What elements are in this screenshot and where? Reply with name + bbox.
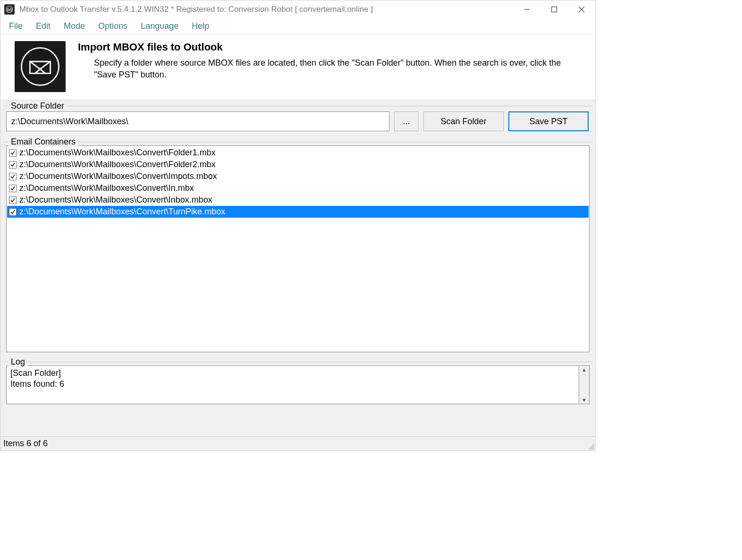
header-title: Import MBOX files to Outlook (78, 41, 564, 53)
checkbox-icon[interactable] (9, 149, 17, 157)
list-item-path: z:\Documents\Work\Mailboxes\Convert\Fold… (19, 148, 216, 158)
window-controls (513, 0, 595, 18)
checkbox-icon[interactable] (9, 196, 17, 204)
list-item[interactable]: z:\Documents\Work\Mailboxes\Convert\Inbo… (7, 194, 589, 206)
svg-point-5 (21, 48, 59, 85)
source-folder-label: Source Folder (8, 101, 67, 111)
list-item[interactable]: z:\Documents\Work\Mailboxes\Convert\In.m… (7, 182, 589, 194)
list-item[interactable]: z:\Documents\Work\Mailboxes\Convert\Impo… (7, 170, 589, 182)
list-item-path: z:\Documents\Work\Mailboxes\Convert\Impo… (19, 171, 217, 181)
svg-point-0 (6, 6, 12, 12)
list-item[interactable]: z:\Documents\Work\Mailboxes\Convert\Fold… (7, 147, 589, 159)
resize-grip[interactable] (587, 442, 594, 450)
log-line: [Scan Folder] (10, 368, 575, 379)
list-item-path: z:\Documents\Work\Mailboxes\Convert\Inbo… (19, 195, 212, 205)
menubar: File Edit Mode Options Language Help (0, 18, 595, 34)
checkbox-icon[interactable] (9, 173, 17, 180)
header-panel: Import MBOX files to Outlook Specify a f… (0, 34, 595, 100)
source-folder-group: Source Folder ... Scan Folder Save PST (3, 101, 592, 136)
scan-folder-button[interactable]: Scan Folder (423, 111, 504, 131)
header-description: Specify a folder where source MBOX files… (78, 57, 564, 81)
maximize-button[interactable] (540, 0, 568, 18)
window-title: Mbox to Outlook Transfer v.5.4.1.2 WIN32… (19, 5, 373, 14)
titlebar: Mbox to Outlook Transfer v.5.4.1.2 WIN32… (0, 0, 595, 18)
menu-options[interactable]: Options (92, 19, 134, 33)
app-window: Mbox to Outlook Transfer v.5.4.1.2 WIN32… (0, 0, 596, 451)
containers-listbox[interactable]: z:\Documents\Work\Mailboxes\Convert\Fold… (6, 145, 590, 352)
menu-mode[interactable]: Mode (57, 19, 92, 33)
checkbox-icon[interactable] (9, 185, 17, 192)
svg-rect-2 (552, 7, 557, 12)
list-item[interactable]: z:\Documents\Work\Mailboxes\Convert\Turn… (7, 206, 589, 218)
email-containers-label: Email Containers (8, 137, 78, 147)
checkbox-icon[interactable] (9, 161, 17, 169)
scroll-down-icon[interactable]: ▼ (582, 397, 587, 403)
browse-button[interactable]: ... (394, 111, 419, 131)
menu-language[interactable]: Language (134, 19, 185, 33)
header-icon (15, 41, 66, 92)
log-scrollbar[interactable]: ▲ ▼ (579, 365, 590, 404)
status-text: Items 6 of 6 (3, 439, 48, 449)
menu-file[interactable]: File (2, 19, 29, 33)
list-item-path: z:\Documents\Work\Mailboxes\Convert\Fold… (19, 160, 216, 170)
list-item-path: z:\Documents\Work\Mailboxes\Convert\Turn… (19, 207, 225, 217)
log-group: Log [Scan Folder]Items found: 6 ▲ ▼ (3, 357, 592, 408)
close-button[interactable] (568, 0, 595, 18)
menu-help[interactable]: Help (185, 19, 216, 33)
scroll-up-icon[interactable]: ▲ (582, 367, 587, 373)
email-containers-group: Email Containers z:\Documents\Work\Mailb… (3, 137, 592, 356)
header-text: Import MBOX files to Outlook Specify a f… (78, 41, 564, 81)
menu-edit[interactable]: Edit (29, 19, 57, 33)
checkbox-icon[interactable] (9, 208, 17, 216)
list-item-path: z:\Documents\Work\Mailboxes\Convert\In.m… (19, 183, 194, 193)
log-line: Items found: 6 (10, 379, 575, 390)
source-path-input[interactable] (6, 111, 389, 131)
app-icon (4, 4, 15, 15)
log-label: Log (8, 357, 28, 367)
log-textbox[interactable]: [Scan Folder]Items found: 6 (6, 365, 579, 404)
list-item[interactable]: z:\Documents\Work\Mailboxes\Convert\Fold… (7, 159, 589, 170)
statusbar: Items 6 of 6 (0, 436, 595, 450)
minimize-button[interactable] (513, 0, 540, 18)
save-pst-button[interactable]: Save PST (508, 111, 589, 131)
